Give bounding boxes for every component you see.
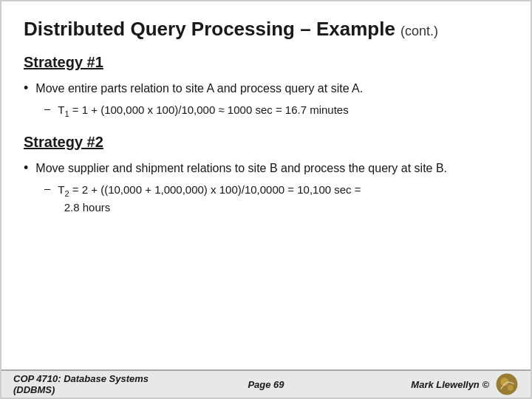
bullet-dot-1: • — [24, 81, 28, 96]
strategy1-heading: Strategy #1 — [24, 54, 508, 71]
footer-left: COP 4710: Database Systems (DDBMS) — [13, 373, 182, 395]
footer-right: Mark Llewellyn © — [350, 372, 519, 396]
sub-dash-2: – — [44, 182, 50, 194]
title-cont-text: (cont.) — [400, 24, 438, 38]
strategy2-heading: Strategy #2 — [24, 134, 508, 151]
slide-content: Distributed Query Processing – Example (… — [1, 1, 531, 369]
logo-icon — [495, 372, 519, 396]
strategy2-bullet-text: Move supplier and shipment relations to … — [35, 160, 447, 177]
strategy1-sub-text: T1 = 1 + (100,000 x 100)/10,000 ≈ 1000 s… — [58, 102, 348, 120]
svg-point-2 — [508, 385, 514, 391]
strategy1-bullet: • Move entire parts relation to site A a… — [24, 80, 508, 98]
slide: Distributed Query Processing – Example (… — [0, 0, 532, 399]
strategy2-bullet: • Move supplier and shipment relations t… — [24, 160, 508, 177]
title-main: Distributed Query Processing – Example — [24, 18, 395, 40]
strategy2-sub-text: T2 = 2 + ((10,000 + 1,000,000) x 100)/10… — [58, 182, 361, 216]
slide-title: Distributed Query Processing – Example (… — [24, 18, 508, 41]
footer-right-text: Mark Llewellyn © — [411, 379, 489, 390]
strategy2-section: Strategy #2 • Move supplier and shipment… — [24, 134, 508, 216]
sub-dash-1: – — [44, 102, 50, 115]
bullet-dot-2: • — [24, 160, 28, 176]
strategy1-sub: – T1 = 1 + (100,000 x 100)/10,000 ≈ 1000… — [44, 102, 508, 120]
strategy2-sub: – T2 = 2 + ((10,000 + 1,000,000) x 100)/… — [44, 182, 508, 216]
footer: COP 4710: Database Systems (DDBMS) Page … — [1, 369, 531, 398]
strategy1-section: Strategy #1 • Move entire parts relation… — [24, 54, 508, 120]
footer-center: Page 69 — [182, 379, 350, 390]
strategy1-bullet-text: Move entire parts relation to site A and… — [35, 80, 363, 98]
